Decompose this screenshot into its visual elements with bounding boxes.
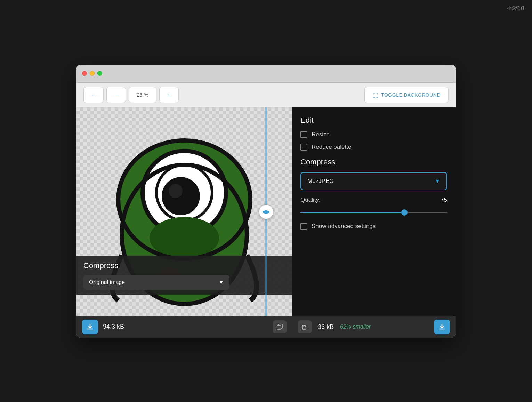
- advanced-settings-row: Show advanced settings: [300, 223, 447, 230]
- codec-label: MozJPEG: [307, 178, 334, 185]
- codec-dropdown-arrow-icon: ▼: [435, 178, 440, 184]
- right-download-button[interactable]: [434, 320, 450, 334]
- toggle-background-button[interactable]: ⬚ TOGGLE BACKGROUND: [364, 87, 449, 103]
- reduce-palette-checkbox[interactable]: [300, 144, 307, 151]
- minimize-button[interactable]: [90, 71, 95, 76]
- left-dropdown-arrow-icon: ▼: [218, 279, 224, 286]
- compress-section: Compress MozJPEG ▼ Quality: 75: [300, 158, 447, 230]
- maximize-button[interactable]: [97, 71, 102, 76]
- reduce-palette-row: Reduce palette: [300, 144, 447, 151]
- advanced-settings-label: Show advanced settings: [312, 223, 376, 230]
- edit-section-title: Edit: [300, 116, 447, 125]
- settings-panel: Edit Resize Reduce palette Compress MozJ…: [292, 107, 456, 316]
- titlebar: [76, 65, 456, 83]
- svg-rect-11: [277, 325, 281, 329]
- svg-point-5: [169, 184, 183, 198]
- left-compress-title: Compress: [83, 261, 285, 270]
- main-area: Compress Original image ▼ ◀▶ Edit Resize: [76, 107, 456, 316]
- slider-track: [300, 212, 447, 213]
- codec-dropdown[interactable]: MozJPEG ▼: [300, 172, 447, 190]
- app-window: ← − 26 % + ⬚ TOGGLE BACKGROUND: [76, 65, 456, 338]
- watermark: 小众软件: [507, 5, 525, 11]
- quality-value: 75: [433, 196, 447, 203]
- left-compress-section: Compress Original image ▼: [76, 256, 292, 295]
- quality-slider[interactable]: [300, 209, 447, 216]
- left-file-size: 94.3 kB: [103, 323, 124, 330]
- right-restore-button[interactable]: [298, 320, 312, 333]
- zoom-out-button[interactable]: −: [106, 87, 126, 103]
- bottom-right-bar: 36 kB 62% smaller: [292, 316, 456, 338]
- resize-label: Resize: [312, 131, 330, 138]
- close-button[interactable]: [82, 71, 87, 76]
- slider-fill: [300, 212, 406, 213]
- left-codec-label: Original image: [89, 279, 125, 286]
- traffic-lights: [82, 71, 102, 76]
- copy-icon: [276, 324, 283, 330]
- reduce-palette-label: Reduce palette: [312, 144, 351, 151]
- left-codec-dropdown[interactable]: Original image ▼: [83, 275, 229, 290]
- left-download-button[interactable]: [82, 320, 98, 334]
- back-button[interactable]: ←: [83, 87, 104, 103]
- quality-label: Quality:: [300, 196, 433, 203]
- download-icon: [87, 323, 94, 330]
- bottom-left-bar: 94.3 kB: [76, 316, 292, 338]
- quality-row: Quality: 75: [300, 196, 447, 203]
- zoom-display: 26 %: [129, 87, 156, 103]
- restore-icon: [301, 324, 308, 330]
- split-line: ◀▶: [266, 107, 267, 316]
- advanced-settings-checkbox[interactable]: [300, 223, 307, 230]
- right-file-size: 36 kB: [318, 323, 334, 331]
- toolbar: ← − 26 % + ⬚ TOGGLE BACKGROUND: [76, 83, 456, 107]
- resize-row: Resize: [300, 131, 447, 138]
- split-handle[interactable]: ◀▶: [259, 205, 273, 219]
- svg-point-4: [162, 177, 200, 215]
- bottom-bar: 94.3 kB 36 kB 62% smaller: [76, 316, 456, 338]
- left-copy-button[interactable]: [273, 320, 287, 333]
- toggle-bg-icon: ⬚: [372, 91, 379, 99]
- right-download-icon: [438, 323, 445, 330]
- slider-thumb[interactable]: [401, 209, 408, 216]
- file-smaller-badge: 62% smaller: [340, 324, 371, 330]
- compress-section-title: Compress: [300, 158, 447, 167]
- toggle-bg-label: TOGGLE BACKGROUND: [381, 92, 441, 98]
- resize-checkbox[interactable]: [300, 131, 307, 138]
- zoom-in-button[interactable]: +: [159, 87, 179, 103]
- right-panel: Edit Resize Reduce palette Compress MozJ…: [292, 107, 456, 316]
